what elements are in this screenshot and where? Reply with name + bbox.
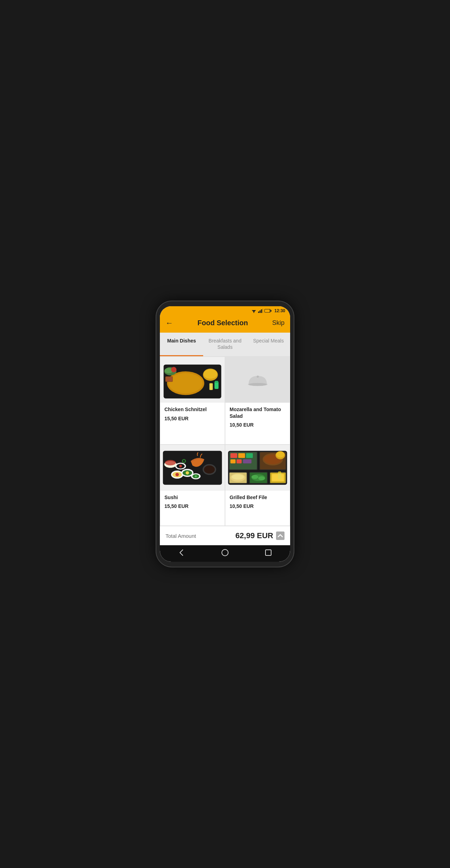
- food-item-sushi[interactable]: Sushi 15,50 EUR: [160, 445, 225, 526]
- tab-bar: Main Dishes Breakfasts and Salads Specia…: [160, 333, 290, 357]
- svg-rect-25: [210, 383, 213, 390]
- wifi-icon: [251, 309, 257, 313]
- svg-point-48: [183, 460, 185, 462]
- svg-rect-58: [246, 453, 253, 458]
- food-image-mozarella-placeholder: [225, 357, 290, 403]
- svg-rect-56: [230, 453, 237, 458]
- nav-recents-button[interactable]: [264, 549, 272, 558]
- beef-image: [225, 445, 290, 491]
- food-price-sushi: 15,50 EUR: [164, 503, 220, 509]
- svg-point-16: [171, 367, 176, 372]
- svg-point-66: [276, 452, 284, 458]
- status-icons: 12:30: [251, 308, 285, 313]
- food-item-beef[interactable]: Grilled Beef File 10,50 EUR: [225, 445, 290, 526]
- food-name-beef: Grilled Beef File: [230, 494, 286, 501]
- status-bar: 12:30: [160, 306, 290, 315]
- svg-rect-7: [262, 309, 263, 313]
- food-name-chicken: Chicken Schnitzel: [164, 406, 220, 413]
- svg-rect-78: [278, 471, 281, 473]
- tab-main-dishes[interactable]: Main Dishes: [160, 333, 203, 356]
- battery-icon: [264, 309, 271, 313]
- svg-rect-59: [230, 459, 235, 464]
- total-amount-container: 62,99 EUR: [235, 531, 285, 540]
- tab-special-meals[interactable]: Special Meals: [247, 333, 290, 356]
- food-image-beef: [225, 445, 290, 491]
- svg-marker-2: [253, 312, 255, 312]
- nav-back-button[interactable]: [178, 549, 186, 558]
- food-name-sushi: Sushi: [164, 494, 220, 501]
- food-image-sushi: [160, 445, 225, 491]
- svg-rect-60: [237, 459, 242, 464]
- food-price-mozarella: 10,50 EUR: [230, 422, 286, 428]
- svg-rect-28: [252, 384, 263, 386]
- chevron-up-button[interactable]: [276, 532, 285, 540]
- svg-point-41: [179, 465, 182, 467]
- svg-point-13: [169, 373, 202, 394]
- food-info-beef: Grilled Beef File 10,50 EUR: [225, 491, 290, 514]
- food-item-mozarella[interactable]: Mozarella and Tomato Salad 10,50 EUR: [225, 357, 290, 444]
- page-title: Food Selection: [173, 319, 272, 327]
- svg-point-46: [195, 475, 197, 477]
- total-label: Total Amount: [165, 533, 196, 539]
- svg-rect-57: [238, 453, 245, 458]
- nav-home-button[interactable]: [221, 549, 229, 558]
- svg-point-43: [165, 460, 176, 465]
- svg-point-35: [175, 473, 179, 476]
- food-price-chicken: 15,50 EUR: [164, 416, 220, 421]
- food-info-chicken: Chicken Schnitzel 15,50 EUR: [160, 403, 225, 426]
- signal-icon: [258, 309, 263, 313]
- phone-frame: 12:30 ← Food Selection Skip Main Dishes …: [156, 301, 294, 567]
- svg-rect-61: [243, 459, 251, 464]
- svg-rect-9: [271, 310, 272, 312]
- food-item-chicken-schnitzel[interactable]: Chicken Schnitzel 15,50 EUR: [160, 357, 225, 444]
- phone-screen: 12:30 ← Food Selection Skip Main Dishes …: [160, 306, 290, 562]
- total-bar: Total Amount 62,99 EUR: [160, 526, 290, 545]
- dome-icon: [247, 371, 268, 389]
- food-name-mozarella: Mozarella and Tomato Salad: [230, 406, 286, 419]
- svg-rect-6: [261, 309, 262, 313]
- food-image-chicken: [160, 357, 225, 403]
- svg-rect-5: [260, 310, 261, 313]
- chicken-schnitzel-image: [160, 357, 225, 403]
- svg-point-38: [186, 471, 189, 474]
- svg-point-72: [251, 475, 258, 479]
- nav-back-icon: [178, 549, 186, 556]
- svg-point-32: [204, 465, 215, 473]
- food-info-sushi: Sushi 15,50 EUR: [160, 491, 225, 514]
- svg-rect-80: [265, 550, 271, 555]
- svg-rect-10: [265, 309, 270, 312]
- chevron-up-icon: [277, 534, 283, 537]
- nav-recents-icon: [264, 549, 272, 556]
- nav-bar: [160, 545, 290, 562]
- food-price-beef: 10,50 EUR: [230, 503, 286, 509]
- back-button[interactable]: ←: [165, 319, 173, 327]
- svg-rect-76: [272, 474, 284, 481]
- svg-point-69: [232, 474, 244, 479]
- svg-point-29: [257, 376, 259, 378]
- status-time: 12:30: [274, 308, 285, 313]
- tab-breakfasts-salads[interactable]: Breakfasts and Salads: [203, 333, 246, 356]
- svg-point-20: [204, 370, 217, 379]
- food-grid: Chicken Schnitzel 15,50 EUR: [160, 357, 290, 526]
- skip-button[interactable]: Skip: [272, 319, 285, 327]
- svg-point-79: [222, 549, 228, 556]
- svg-point-73: [258, 476, 265, 480]
- svg-rect-18: [165, 377, 172, 382]
- svg-rect-24: [215, 381, 218, 383]
- header: ← Food Selection Skip: [160, 315, 290, 333]
- food-info-mozarella: Mozarella and Tomato Salad 10,50 EUR: [225, 403, 290, 432]
- svg-rect-4: [258, 312, 259, 313]
- nav-home-icon: [221, 549, 229, 556]
- total-amount: 62,99 EUR: [235, 531, 273, 540]
- svg-point-3: [254, 312, 254, 313]
- sushi-image: [160, 445, 225, 491]
